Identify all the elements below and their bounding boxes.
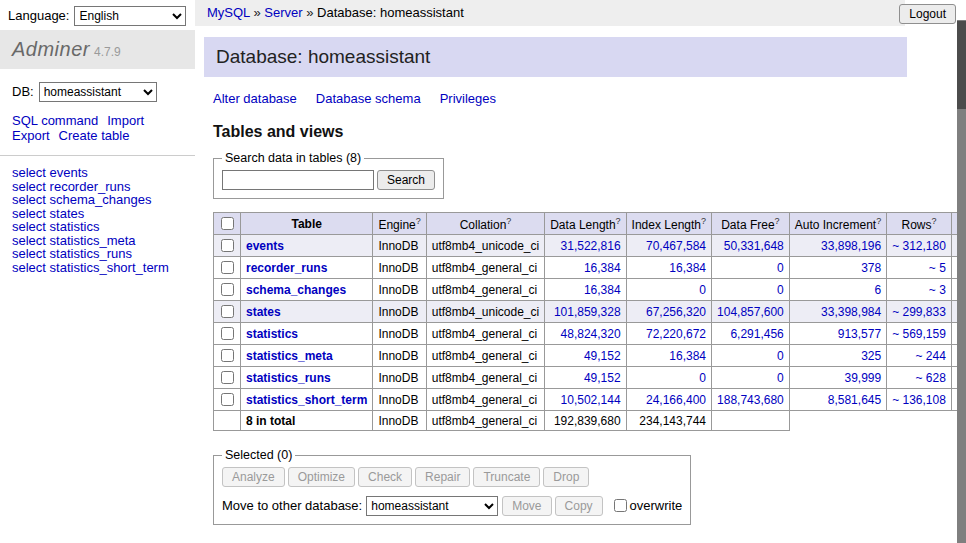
column-sort-link[interactable]: Data Free: [721, 218, 774, 232]
row-checkbox[interactable]: [221, 261, 234, 274]
help-icon[interactable]: ?: [616, 216, 621, 226]
cell-index-length-link[interactable]: 70,467,584: [646, 239, 706, 253]
row-checkbox[interactable]: [221, 283, 234, 296]
table-link-events[interactable]: events: [246, 239, 284, 253]
move-database-select[interactable]: homeassistant: [366, 496, 498, 516]
cell-data-length-link[interactable]: 49,152: [584, 371, 621, 385]
sidebar-item-select-statistics_short_term[interactable]: select statistics_short_term: [12, 261, 183, 274]
cell-data-length-link[interactable]: 16,384: [584, 261, 621, 275]
copy-button[interactable]: Copy: [555, 496, 603, 516]
check-button[interactable]: Check: [358, 467, 412, 487]
cell-data-length-link[interactable]: 49,152: [584, 349, 621, 363]
table-link-schema_changes[interactable]: schema_changes: [246, 283, 346, 297]
row-checkbox[interactable]: [221, 305, 234, 318]
cell-data-free-link[interactable]: 0: [777, 283, 784, 297]
column-sort-link[interactable]: Auto Increment: [795, 218, 876, 232]
table-link-statistics_meta[interactable]: statistics_meta: [246, 349, 333, 363]
repair-button[interactable]: Repair: [415, 467, 470, 487]
cell-auto-increment-link[interactable]: 33,898,196: [821, 239, 881, 253]
cell-data-free-link[interactable]: 0: [777, 261, 784, 275]
column-sort-link[interactable]: Collation: [460, 218, 507, 232]
language-select[interactable]: English: [74, 6, 186, 26]
row-checkbox[interactable]: [221, 371, 234, 384]
cell-index-length-link[interactable]: 0: [699, 371, 706, 385]
cell-rows-link[interactable]: ~ 299,833: [892, 305, 946, 319]
row-checkbox[interactable]: [221, 327, 234, 340]
cell-auto-increment-link[interactable]: 913,577: [838, 327, 881, 341]
cell-data-length-link[interactable]: 101,859,328: [554, 305, 621, 319]
breadcrumb-link[interactable]: MySQL: [207, 5, 250, 20]
table-link-recorder_runs[interactable]: recorder_runs: [246, 261, 327, 275]
cell-rows-link[interactable]: ~ 5: [929, 261, 946, 275]
row-checkbox[interactable]: [221, 393, 234, 406]
table-link-statistics_short_term[interactable]: statistics_short_term: [246, 393, 367, 407]
cell-index-length-link[interactable]: 24,166,400: [646, 393, 706, 407]
cell-auto-increment-link[interactable]: 33,398,984: [821, 305, 881, 319]
overwrite-checkbox[interactable]: [614, 499, 627, 512]
column-sort-link[interactable]: Rows: [902, 218, 932, 232]
db-select[interactable]: homeassistant: [39, 82, 157, 102]
column-sort-link[interactable]: Data Length: [550, 218, 615, 232]
cell-index-length-link[interactable]: 0: [699, 283, 706, 297]
cell-data-free-link[interactable]: 104,857,600: [717, 305, 784, 319]
cell-rows-link[interactable]: ~ 244: [916, 349, 946, 363]
truncate-button[interactable]: Truncate: [473, 467, 540, 487]
sidebar-item-select-statistics_meta[interactable]: select statistics_meta: [12, 234, 183, 247]
sidebar-action-create-table[interactable]: Create table: [59, 128, 130, 143]
sidebar-item-select-states[interactable]: select states: [12, 207, 183, 220]
cell-index-length-link[interactable]: 16,384: [669, 349, 706, 363]
sidebar-action-import[interactable]: Import: [107, 113, 144, 128]
cell-auto-increment-link[interactable]: 39,999: [844, 371, 881, 385]
help-icon[interactable]: ?: [416, 216, 421, 226]
cell-rows-link[interactable]: ~ 3: [929, 283, 946, 297]
sidebar-action-export[interactable]: Export: [12, 128, 50, 143]
row-checkbox[interactable]: [221, 349, 234, 362]
cell-rows-link[interactable]: ~ 312,180: [892, 239, 946, 253]
help-icon[interactable]: ?: [775, 216, 780, 226]
optimize-button[interactable]: Optimize: [288, 467, 355, 487]
nav-link-alter-database[interactable]: Alter database: [213, 91, 297, 106]
help-icon[interactable]: ?: [876, 216, 881, 226]
cell-data-length-link[interactable]: 31,522,816: [561, 239, 621, 253]
scrollbar-thumb[interactable]: [957, 21, 966, 109]
sidebar-item-select-schema_changes[interactable]: select schema_changes: [12, 193, 183, 206]
column-sort-link[interactable]: Engine: [378, 218, 415, 232]
sidebar-item-select-recorder_runs[interactable]: select recorder_runs: [12, 180, 183, 193]
help-icon[interactable]: ?: [506, 216, 511, 226]
column-sort-link[interactable]: Index Length: [632, 218, 701, 232]
cell-auto-increment-link[interactable]: 378: [861, 261, 881, 275]
cell-index-length-link[interactable]: 16,384: [669, 261, 706, 275]
cell-rows-link[interactable]: ~ 136,108: [892, 393, 946, 407]
breadcrumb-link[interactable]: Server: [264, 5, 302, 20]
cell-data-free-link[interactable]: 6,291,456: [730, 327, 783, 341]
cell-data-free-link[interactable]: 0: [777, 349, 784, 363]
cell-rows-link[interactable]: ~ 569,159: [892, 327, 946, 341]
cell-data-free-link[interactable]: 188,743,680: [717, 393, 784, 407]
nav-link-privileges[interactable]: Privileges: [440, 91, 496, 106]
cell-data-length-link[interactable]: 10,502,144: [561, 393, 621, 407]
cell-rows-link[interactable]: ~ 628: [916, 371, 946, 385]
nav-link-database-schema[interactable]: Database schema: [316, 91, 421, 106]
select-all-checkbox[interactable]: [221, 217, 234, 230]
cell-auto-increment-link[interactable]: 325: [861, 349, 881, 363]
cell-data-length-link[interactable]: 48,824,320: [561, 327, 621, 341]
cell-index-length-link[interactable]: 72,220,672: [646, 327, 706, 341]
search-button[interactable]: Search: [377, 170, 435, 190]
sidebar-item-select-events[interactable]: select events: [12, 166, 183, 179]
sidebar-item-select-statistics_runs[interactable]: select statistics_runs: [12, 247, 183, 260]
cell-index-length-link[interactable]: 67,256,320: [646, 305, 706, 319]
logout-button[interactable]: Logout: [899, 4, 956, 24]
analyze-button[interactable]: Analyze: [222, 467, 285, 487]
table-link-states[interactable]: states: [246, 305, 281, 319]
table-link-statistics_runs[interactable]: statistics_runs: [246, 371, 331, 385]
cell-data-free-link[interactable]: 0: [777, 371, 784, 385]
move-button[interactable]: Move: [502, 496, 551, 516]
cell-auto-increment-link[interactable]: 6: [874, 283, 881, 297]
table-link-statistics[interactable]: statistics: [246, 327, 298, 341]
cell-auto-increment-link[interactable]: 8,581,645: [828, 393, 881, 407]
search-input[interactable]: [222, 170, 374, 190]
help-icon[interactable]: ?: [932, 216, 937, 226]
drop-button[interactable]: Drop: [543, 467, 589, 487]
row-checkbox[interactable]: [221, 239, 234, 252]
help-icon[interactable]: ?: [701, 216, 706, 226]
